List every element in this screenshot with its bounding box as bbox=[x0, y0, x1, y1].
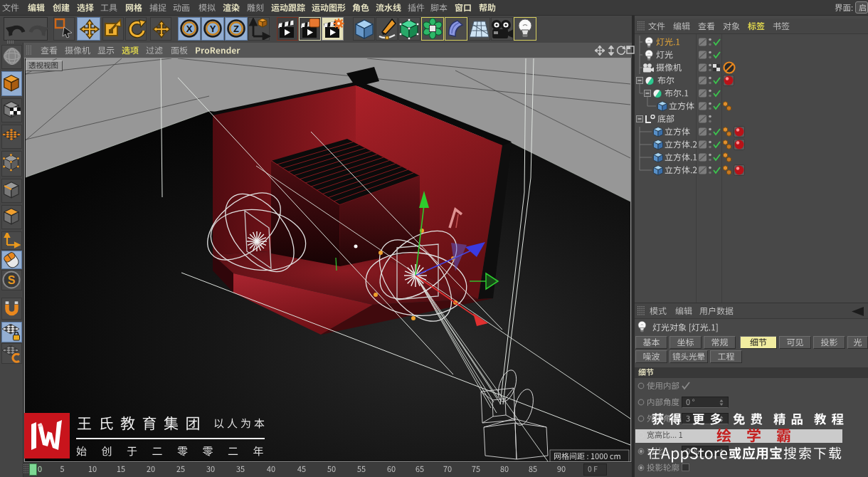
svg-text:Y: Y bbox=[210, 23, 216, 34]
svg-text:Z: Z bbox=[233, 23, 239, 34]
svg-text:S: S bbox=[8, 274, 16, 286]
svg-text:X: X bbox=[186, 23, 193, 34]
